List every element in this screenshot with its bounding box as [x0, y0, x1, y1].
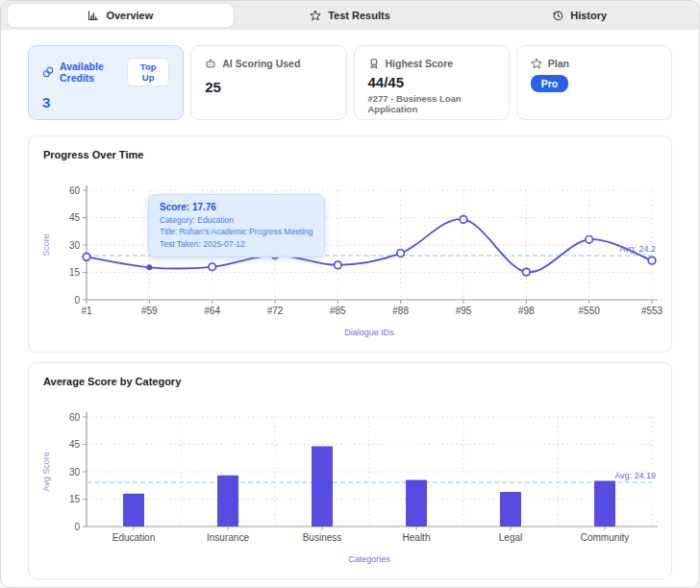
- coins-icon: [42, 66, 54, 78]
- plan-card: Plan Pro: [516, 45, 672, 120]
- y-tick-label: 15: [69, 267, 81, 278]
- plan-pro-badge: Pro: [531, 75, 569, 92]
- x-tick-label: Health: [403, 532, 431, 543]
- available-credits-card: Available Credits Top Up 3: [28, 45, 184, 120]
- tab-test-results[interactable]: Test Results: [238, 4, 463, 27]
- highest-score-subtitle: #277 - Business Loan Application: [368, 93, 495, 114]
- average-label: Avg: 24.19: [614, 471, 656, 480]
- avg-score-by-category-card: Average Score by Category 015304560Educa…: [28, 362, 672, 579]
- robot-icon: [205, 58, 216, 69]
- ai-scoring-used-card: AI Scoring Used 25: [190, 45, 346, 120]
- chart-point[interactable]: [586, 236, 593, 244]
- chart-tooltip: Score: 17.76 Category: Education Title: …: [148, 194, 325, 257]
- tab-history[interactable]: History: [466, 4, 692, 27]
- tooltip-score: Score: 17.76: [160, 202, 313, 212]
- x-tick-label: #95: [456, 306, 472, 316]
- bar-chart-title: Average Score by Category: [29, 363, 671, 387]
- chart-point[interactable]: [83, 254, 90, 261]
- x-tick-label: Education: [112, 532, 155, 543]
- x-tick-label: #72: [267, 306, 284, 316]
- y-tick-label: 30: [69, 467, 81, 478]
- chart-point[interactable]: [648, 257, 656, 264]
- chart-point[interactable]: [460, 216, 467, 224]
- y-tick-label: 30: [69, 240, 81, 251]
- y-axis-title: Avg Score: [41, 452, 51, 491]
- y-tick-label: 45: [69, 212, 81, 223]
- x-tick-label: #88: [392, 306, 409, 316]
- x-tick-label: #553: [641, 306, 663, 316]
- highest-score-card: Highest Score 44/45 #277 - Business Loan…: [354, 45, 510, 120]
- highest-score-value: 44/45: [368, 74, 495, 90]
- x-tick-label: Community: [581, 532, 630, 543]
- x-tick-label: #550: [579, 306, 601, 316]
- y-axis-title: Score: [41, 233, 51, 257]
- medal-icon: [368, 58, 380, 69]
- available-credits-label: Available Credits: [60, 61, 121, 84]
- chart-point[interactable]: [335, 261, 342, 269]
- x-tick-label: #98: [518, 306, 535, 316]
- tooltip-category: Category: Education: [160, 215, 313, 225]
- ai-scoring-used-value: 25: [205, 79, 332, 95]
- plan-label: Plan: [548, 58, 569, 69]
- star-icon: [531, 58, 542, 69]
- tab-overview[interactable]: Overview: [8, 4, 234, 27]
- y-tick-label: 60: [69, 185, 81, 196]
- highest-score-label: Highest Score: [386, 58, 454, 69]
- x-axis-title: Categories: [348, 554, 390, 564]
- x-tick-label: #64: [204, 306, 220, 316]
- dashboard-window: Overview Test Results History Available …: [0, 0, 700, 588]
- y-tick-label: 0: [74, 522, 80, 532]
- y-tick-label: 15: [69, 494, 81, 504]
- star-icon: [310, 10, 321, 21]
- x-tick-label: #59: [141, 306, 158, 316]
- tooltip-test-taken: Test Taken: 2025-07-12: [160, 239, 313, 249]
- chart-point[interactable]: [397, 250, 405, 257]
- y-tick-label: 60: [69, 412, 81, 423]
- chart-bar[interactable]: [312, 446, 333, 527]
- x-axis-title: Dialogue IDs: [344, 328, 394, 337]
- ai-scoring-used-label: AI Scoring Used: [222, 58, 300, 69]
- tab-history-label: History: [570, 10, 607, 21]
- chart-bar[interactable]: [594, 481, 615, 527]
- tab-overview-label: Overview: [106, 10, 153, 21]
- chart-bar[interactable]: [123, 494, 144, 527]
- top-up-button[interactable]: Top Up: [127, 58, 169, 86]
- progress-over-time-card: Progress Over Time 015304560#1#59#64#72#…: [28, 135, 672, 353]
- stat-cards-row: Available Credits Top Up 3 AI Scoring Us…: [28, 45, 672, 120]
- chart-point[interactable]: [523, 268, 531, 276]
- y-tick-label: 45: [69, 439, 81, 450]
- progress-line-chart[interactable]: 015304560#1#59#64#72#85#88#95#98#550#553…: [37, 177, 667, 342]
- category-bar-chart[interactable]: 015304560EducationInsuranceBusinessHealt…: [37, 404, 667, 569]
- tab-bar: Overview Test Results History: [1, 1, 699, 30]
- bar-chart-icon: [88, 10, 99, 21]
- x-tick-label: Insurance: [207, 532, 249, 543]
- x-tick-label: Business: [303, 532, 342, 543]
- x-tick-label: #85: [330, 306, 346, 316]
- y-tick-label: 0: [74, 295, 80, 306]
- line-chart-title: Progress Over Time: [29, 136, 671, 160]
- x-tick-label: Legal: [499, 532, 522, 543]
- chart-bar[interactable]: [217, 476, 238, 527]
- chart-bar[interactable]: [406, 480, 427, 527]
- tab-test-results-label: Test Results: [328, 10, 390, 21]
- chart-point[interactable]: [209, 263, 216, 271]
- tooltip-title: Title: Rohan's Academic Progress Meeting: [160, 227, 313, 236]
- available-credits-value: 3: [42, 94, 169, 110]
- x-tick-label: #1: [81, 306, 92, 316]
- history-icon: [552, 10, 563, 21]
- chart-point-active[interactable]: [146, 264, 152, 270]
- chart-bar[interactable]: [500, 492, 521, 527]
